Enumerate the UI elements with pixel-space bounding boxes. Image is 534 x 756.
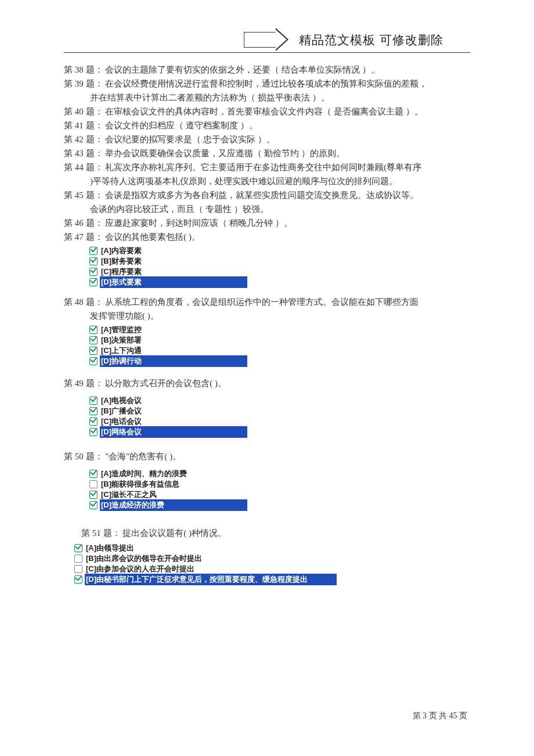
q51-options: [A]由领导提出 [B]由出席会议的领导在开会时提出 [C]由参加会议的人在开会…: [74, 543, 470, 585]
q-text: "会海"的危害有( )。: [105, 452, 181, 461]
option-label: [C]滋长不正之风: [100, 489, 158, 501]
question-46: 第 46 题： 应邀赴家宴时，到达时间应该（ 稍晚几分钟 ）。: [64, 217, 470, 229]
q-text: 以分散方式召开的会议包含( )。: [105, 379, 226, 388]
option-label: [A]由领导提出: [85, 542, 135, 554]
q-label: 第 51 题：: [81, 528, 121, 538]
checkbox-icon: [89, 268, 98, 276]
option-label: [D]形式要素: [100, 276, 247, 288]
checkbox-icon: [89, 417, 98, 426]
option-label: [D]协调行动: [100, 355, 247, 367]
q51-opt-c[interactable]: [C]由参加会议的人在开会时提出: [74, 564, 470, 574]
q-text: 应邀赴家宴时，到达时间应该（ 稍晚几分钟 ）。: [105, 218, 293, 228]
option-label: [B]财务要素: [100, 255, 143, 267]
checkbox-icon: [89, 347, 98, 355]
question-51: 第 51 题： 提出会议议题有( )种情况。: [81, 527, 470, 539]
question-39: 第 39 题： 在会议经费使用情况进行监督和控制时，通过比较各项成本的预算和实际…: [64, 77, 470, 90]
arrow-icon: [244, 32, 276, 48]
option-label: [B]决策部署: [100, 334, 143, 346]
q51-opt-d[interactable]: [D]由秘书部门上下广泛征求意见后，按照重要程度、缓急程度提出: [74, 574, 470, 585]
q47-options: [A]内容要素 [B]财务要素 [C]程序要素 [D]形式要素: [89, 246, 470, 287]
q-label: 第 40 题：: [64, 107, 103, 116]
question-45: 第 45 题： 会谈是指双方或多方为各自利益，就某些实质性问题交流交换意见、达成…: [64, 189, 470, 201]
q51-opt-a[interactable]: [A]由领导提出: [74, 543, 470, 553]
checkbox-icon: [89, 278, 98, 286]
q48-opt-c[interactable]: [C]上下沟通: [89, 345, 470, 356]
question-39-cont: 并在结算表中计算出二者差额的方法称为（ 损益平衡表法 ）。: [64, 91, 470, 104]
option-label: [A]管理监控: [100, 324, 143, 336]
question-48-cont: 发挥管理功能( )。: [64, 309, 470, 322]
checkbox-icon: [89, 247, 98, 255]
checkbox-icon: [89, 336, 98, 344]
checkbox-icon: [89, 397, 98, 405]
q-label: 第 48 题：: [64, 297, 103, 307]
checkbox-icon: [89, 480, 98, 488]
question-50: 第 50 题： "会海"的危害有( )。: [64, 450, 470, 463]
question-38: 第 38 题： 会议的主题除了要有切实的依据之外，还要（ 结合本单位实际情况 ）…: [64, 63, 470, 76]
q50-opt-c[interactable]: [C]滋长不正之风: [89, 489, 470, 500]
q47-opt-b[interactable]: [B]财务要素: [89, 256, 470, 267]
q51-block: 第 51 题： 提出会议议题有( )种情况。: [81, 527, 470, 539]
q-label: 第 50 题：: [64, 452, 103, 461]
question-47: 第 47 题： 会议的其他要素包括( )。: [64, 231, 470, 243]
checkbox-icon: [89, 470, 98, 478]
q48-options: [A]管理监控 [B]决策部署 [C]上下沟通 [D]协调行动: [89, 325, 470, 366]
checkbox-icon: [74, 544, 82, 552]
checkbox-icon: [89, 326, 98, 334]
header-title: 精品范文模板 可修改删除: [299, 32, 443, 48]
option-label: [A]造成时间、精力的浪费: [100, 468, 188, 480]
q-text: 礼宾次序亦称礼宾序列。它主要适用于在多边性商务交往中如何同时兼顾(尊卑有序: [105, 163, 421, 172]
question-43: 第 43 题： 举办会议既要确保会议质量，又应遵循（ 勤俭节约 ）的原则。: [64, 147, 470, 160]
q48-opt-d[interactable]: [D]协调行动: [89, 356, 470, 366]
q-label: 第 47 题：: [64, 232, 103, 242]
checkbox-icon: [74, 575, 82, 584]
q49-opt-a[interactable]: [A]电视会议: [89, 395, 470, 406]
q-label: 第 45 题：: [64, 190, 103, 200]
checkbox-icon: [89, 407, 98, 415]
checkbox-icon: [89, 257, 98, 265]
checkbox-icon: [89, 501, 98, 509]
option-label: [B]由出席会议的领导在开会时提出: [85, 553, 203, 564]
q49-opt-b[interactable]: [B]广播会议: [89, 406, 470, 416]
q50-options: [A]造成时间、精力的浪费 [B]能获得很多有益信息 [C]滋长不正之风 [D]…: [89, 469, 470, 510]
q-text: 会议的其他要素包括( )。: [105, 232, 200, 242]
q50-opt-a[interactable]: [A]造成时间、精力的浪费: [89, 469, 470, 479]
q49-options: [A]电视会议 [B]广播会议 [C]电话会议 [D]网络会议: [89, 395, 470, 437]
question-45-cont: 会谈的内容比较正式，而且（ 专题性 ）较强。: [64, 203, 470, 215]
q-label: 第 42 题：: [64, 135, 103, 144]
q-text: 在会议经费使用情况进行监督和控制时，通过比较各项成本的预算和实际值的差额，: [105, 79, 427, 88]
q50-opt-b[interactable]: [B]能获得很多有益信息: [89, 479, 470, 489]
question-40: 第 40 题： 在审核会议文件的具体内容时，首先要审核会议文件内容（ 是否偏离会…: [64, 105, 470, 118]
q49-opt-d[interactable]: [D]网络会议: [89, 427, 470, 437]
q-text: 会议的主题除了要有切实的依据之外，还要（ 结合本单位实际情况 ）。: [105, 65, 380, 74]
q48-opt-b[interactable]: [B]决策部署: [89, 335, 470, 345]
page-header: 精品范文模板 可修改删除: [64, 29, 470, 53]
option-label: [D]由秘书部门上下广泛征求意见后，按照重要程度、缓急程度提出: [85, 574, 337, 585]
question-48: 第 48 题： 从系统工程的角度看，会议是组织运作中的一种管理方式。会议能在如下…: [64, 296, 470, 308]
q47-opt-d[interactable]: [D]形式要素: [89, 277, 470, 287]
checkbox-icon: [74, 565, 82, 573]
q-text: 在审核会议文件的具体内容时，首先要审核会议文件内容（ 是否偏离会议主题 ）。: [105, 107, 423, 116]
question-49: 第 49 题： 以分散方式召开的会议包含( )。: [64, 377, 470, 390]
question-44-cont: )平等待人这两项基本礼仪原则，处理实践中难以回避的顺序与位次的排列问题。: [64, 175, 470, 188]
question-41: 第 41 题： 会议文件的归档应（ 遵守档案制度 ）。: [64, 119, 470, 132]
q47-opt-c[interactable]: [C]程序要素: [89, 267, 470, 277]
option-label: [C]上下沟通: [100, 345, 143, 357]
option-label: [A]电视会议: [100, 395, 143, 406]
q48-opt-a[interactable]: [A]管理监控: [89, 325, 470, 335]
q-text: 会议文件的归档应（ 遵守档案制度 ）。: [105, 121, 258, 130]
q51-opt-b[interactable]: [B]由出席会议的领导在开会时提出: [74, 553, 470, 564]
q-text: 会议纪要的拟写要求是（ 忠于会议实际 ）。: [105, 135, 275, 144]
q47-opt-a[interactable]: [A]内容要素: [89, 246, 470, 256]
question-42: 第 42 题： 会议纪要的拟写要求是（ 忠于会议实际 ）。: [64, 133, 470, 146]
question-44: 第 44 题： 礼宾次序亦称礼宾序列。它主要适用于在多边性商务交往中如何同时兼顾…: [64, 161, 470, 174]
q49-opt-c[interactable]: [C]电话会议: [89, 416, 470, 427]
q-label: 第 46 题：: [64, 218, 103, 228]
q-label: 第 49 题：: [64, 379, 103, 388]
q-text: 从系统工程的角度看，会议是组织运作中的一种管理方式。会议能在如下哪些方面: [105, 297, 418, 307]
arrow-head-icon: [276, 28, 288, 51]
document-page: 精品范文模板 可修改删除 第 38 题： 会议的主题除了要有切实的依据之外，还要…: [0, 0, 534, 628]
option-label: [D]网络会议: [100, 426, 247, 438]
option-label: [B]能获得很多有益信息: [100, 478, 181, 490]
q50-opt-d[interactable]: [D]造成经济的浪费: [89, 500, 470, 510]
q-label: 第 43 题：: [64, 149, 103, 158]
